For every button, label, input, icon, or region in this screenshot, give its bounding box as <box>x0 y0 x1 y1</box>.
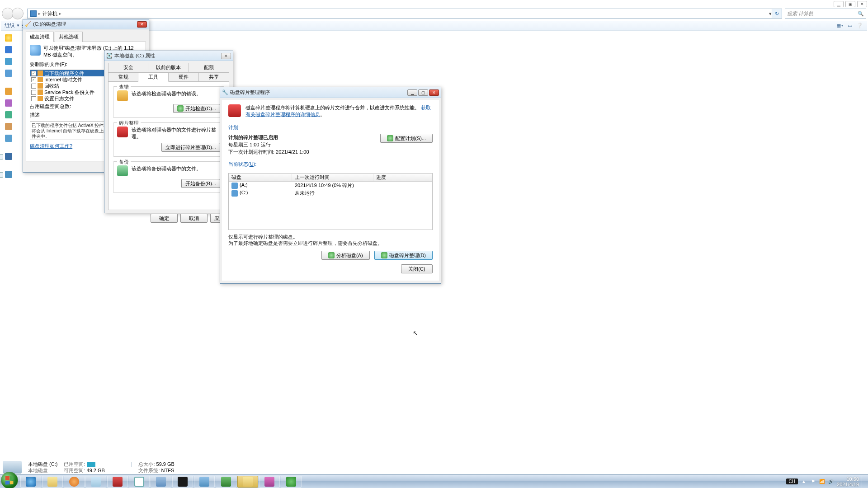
minimize-button[interactable] <box>407 89 417 96</box>
check-disk-icon <box>117 90 128 101</box>
desktop-icon[interactable] <box>5 58 12 65</box>
checkbox[interactable] <box>31 77 36 82</box>
close-button[interactable] <box>221 53 231 59</box>
taskbar-item-mediaplayer[interactable] <box>64 476 85 488</box>
defragment-now-button[interactable]: 立即进行碎片整理(D)... <box>161 143 220 152</box>
taskbar-item-explorer-active[interactable] <box>237 476 258 488</box>
network-tray-icon[interactable]: 📶 <box>819 479 825 485</box>
how-cleanup-works-link[interactable]: 磁盘清理如何工作? <box>30 143 72 150</box>
tab-security[interactable]: 安全 <box>108 63 148 72</box>
taskbar-item-notepad[interactable] <box>85 476 106 488</box>
folder-icon <box>243 477 253 487</box>
drive-properties-window: 💽 本地磁盘 (C:) 属性 安全 以前的版本 配额 常规 工具 硬件 共享 查… <box>104 51 233 213</box>
view-menu-icon[interactable]: ▦▼ <box>836 22 844 29</box>
taskbar-item-app3[interactable] <box>194 476 215 488</box>
videos-icon[interactable] <box>5 99 12 107</box>
action-center-icon[interactable]: ⚑ <box>810 479 816 485</box>
tab-general[interactable]: 常规 <box>108 72 138 82</box>
cancel-button[interactable]: 取消 <box>180 214 208 223</box>
volume-tray-icon[interactable]: 🔊 <box>828 479 834 485</box>
downloads-icon[interactable] <box>5 46 12 53</box>
checkbox[interactable] <box>31 96 36 101</box>
taskbar-item-magnifier[interactable] <box>129 476 150 488</box>
language-indicator[interactable]: CH <box>786 479 798 484</box>
group-label: 碎片整理 <box>117 120 141 127</box>
chevron-down-icon: ▼ <box>16 23 20 28</box>
ok-button[interactable]: 确定 <box>151 214 178 223</box>
schedule-info: 计划的碎片整理已启用 每星期三 1:00 运行 下一次计划运行时间: 2021/… <box>228 134 309 155</box>
taskbar-item-app2[interactable] <box>151 476 171 488</box>
tab-sharing[interactable]: 共享 <box>199 72 229 82</box>
taskbar: CH ▲ ⚑ 📶 🔊 10:50 2021/4/19 <box>0 474 868 488</box>
defragmenter-large-icon <box>228 104 241 117</box>
documents-icon[interactable] <box>5 123 12 130</box>
libraries-icon[interactable] <box>5 88 12 95</box>
network-icon[interactable] <box>5 171 12 178</box>
explorer-minimize-button[interactable]: ▁ <box>834 1 844 7</box>
column-header-progress[interactable]: 进度 <box>373 174 432 181</box>
taskbar-item-app6[interactable] <box>281 476 302 488</box>
table-row[interactable]: (A:) 2021/4/19 10:49 (0% 碎片) <box>229 182 432 189</box>
free-space-label: 可用空间: <box>64 468 85 473</box>
drive-icon <box>231 183 238 189</box>
checkbox[interactable] <box>31 71 36 76</box>
search-icon: 🔍 <box>858 11 864 17</box>
configure-schedule-button[interactable]: 配置计划(S)... <box>380 134 433 143</box>
disk-list[interactable]: 磁盘 上一次运行时间 进度 (A:) 2021/4/19 10:49 (0% 碎… <box>228 173 433 230</box>
group-label: 备份 <box>117 159 131 165</box>
recent-icon[interactable] <box>5 70 12 77</box>
tab-tools[interactable]: 工具 <box>138 72 169 82</box>
analyze-disk-button[interactable]: 分析磁盘(A) <box>321 251 370 260</box>
homegroup-icon[interactable] <box>5 153 12 160</box>
close-button[interactable]: 关闭(C) <box>401 264 433 273</box>
show-desktop-button[interactable] <box>862 476 865 488</box>
defragment-disk-button[interactable]: 磁盘碎片整理(D) <box>374 251 433 260</box>
tab-disk-cleanup[interactable]: 磁盘清理 <box>26 32 54 42</box>
music-icon[interactable] <box>5 135 12 142</box>
tab-quota[interactable]: 配额 <box>189 63 229 72</box>
explorer-restore-button[interactable]: ▣ <box>845 1 855 7</box>
taskbar-item-app5[interactable] <box>259 476 280 488</box>
favorites-icon[interactable] <box>5 34 12 42</box>
search-input[interactable]: 搜索 计算机 🔍 <box>785 9 866 19</box>
preview-pane-icon[interactable]: ▭ <box>846 22 854 29</box>
windows-logo-icon <box>5 476 14 484</box>
column-header-disk[interactable]: 磁盘 <box>229 174 292 181</box>
taskbar-item-cmd[interactable] <box>172 476 193 488</box>
address-dropdown-icon[interactable]: ▾ <box>769 11 772 17</box>
checkbox[interactable] <box>31 84 36 89</box>
taskbar-item-explorer[interactable] <box>42 476 63 488</box>
tab-other-options[interactable]: 其他选项 <box>55 32 83 42</box>
group-text: 该选项将备份驱动器中的文件。 <box>132 165 201 172</box>
usage-bar <box>87 462 132 467</box>
tray-icon[interactable]: ▲ <box>801 479 807 485</box>
organize-menu[interactable]: 组织 <box>5 22 14 29</box>
check-now-button[interactable]: 开始检查(C)... <box>173 104 220 113</box>
filesystem-label: 文件系统: <box>138 468 160 473</box>
pictures-icon[interactable] <box>5 111 12 118</box>
close-button[interactable] <box>137 21 147 28</box>
help-icon[interactable]: ❔ <box>856 22 863 29</box>
refresh-button[interactable]: ↻ <box>772 9 782 19</box>
schedule-run-text: 每星期三 1:00 运行 <box>228 141 309 148</box>
explorer-close-button[interactable]: ✕ <box>857 1 867 7</box>
checkbox[interactable] <box>31 90 36 95</box>
taskbar-item-app4[interactable] <box>216 476 236 488</box>
schedule-section-label: 计划: <box>228 124 433 131</box>
taskbar-item-app1[interactable] <box>107 476 128 488</box>
table-row[interactable]: (C:) 从未运行 <box>229 189 432 197</box>
maximize-button[interactable] <box>418 89 428 96</box>
disk-defragmenter-window: 🔧 磁盘碎片整理程序 磁盘碎片整理程序将计算机硬盘上的碎片文件进行合并，以改进文… <box>220 87 441 284</box>
hint-line-1: 仅显示可进行碎片整理的磁盘。 <box>228 234 433 240</box>
address-bar[interactable]: ▸ 计算机 ▸ ▾ <box>27 9 772 19</box>
backup-now-button[interactable]: 开始备份(B)... <box>181 179 220 188</box>
breadcrumb-item[interactable]: 计算机 <box>42 10 57 17</box>
start-button[interactable] <box>1 472 18 488</box>
column-header-lastrun[interactable]: 上一次运行时间 <box>292 174 373 181</box>
clock[interactable]: 10:50 2021/4/19 <box>837 476 859 487</box>
tab-hardware[interactable]: 硬件 <box>169 72 199 82</box>
tab-previous-versions[interactable]: 以前的版本 <box>148 63 189 72</box>
taskbar-item-ie[interactable] <box>20 476 41 488</box>
nav-forward-button[interactable] <box>12 8 24 19</box>
close-button[interactable] <box>429 89 439 96</box>
